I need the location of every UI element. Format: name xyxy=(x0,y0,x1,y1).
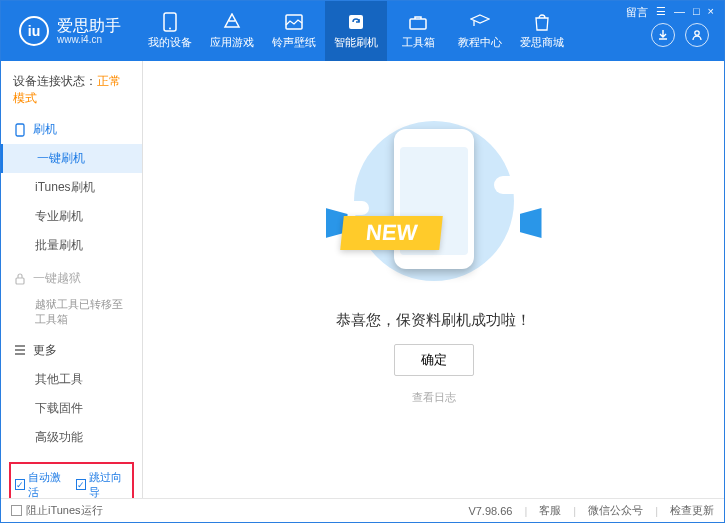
svg-point-1 xyxy=(169,28,171,30)
content-area: NEW 恭喜您，保资料刷机成功啦！ 确定 查看日志 xyxy=(143,61,724,499)
ok-button[interactable]: 确定 xyxy=(394,344,474,376)
close-button[interactable]: × xyxy=(708,5,714,20)
sidebar-item-advanced[interactable]: 高级功能 xyxy=(1,423,142,452)
svg-point-5 xyxy=(695,31,699,35)
maximize-button[interactable]: □ xyxy=(693,5,700,20)
svg-rect-6 xyxy=(16,124,24,136)
toolbox-icon xyxy=(408,12,428,32)
sidebar-item-batch-flash[interactable]: 批量刷机 xyxy=(1,231,142,260)
nav-tutorial[interactable]: 教程中心 xyxy=(449,1,511,61)
feedback-button[interactable]: 留言 xyxy=(626,5,648,20)
download-button[interactable] xyxy=(651,23,675,47)
lock-icon xyxy=(13,272,27,286)
download-icon xyxy=(657,29,669,41)
nav-label: 教程中心 xyxy=(458,35,502,50)
flash-title: 刷机 xyxy=(33,121,57,138)
header-action-buttons xyxy=(651,23,709,47)
skip-guide-label: 跳过向导 xyxy=(89,470,128,500)
connection-status: 设备连接状态：正常模式 xyxy=(1,69,142,115)
wechat-link[interactable]: 微信公众号 xyxy=(588,503,643,518)
jailbreak-note: 越狱工具已转移至工具箱 xyxy=(1,293,142,332)
more-title: 更多 xyxy=(33,342,57,359)
nav-my-device[interactable]: 我的设备 xyxy=(139,1,201,61)
wallpaper-icon xyxy=(284,12,304,32)
jailbreak-title: 一键越狱 xyxy=(33,270,81,287)
check-update-link[interactable]: 检查更新 xyxy=(670,503,714,518)
svg-rect-7 xyxy=(16,278,24,284)
status-bar: 阻止iTunes运行 V7.98.66 | 客服 | 微信公众号 | 检查更新 xyxy=(1,498,724,522)
flash-section: 刷机 一键刷机 iTunes刷机 专业刷机 批量刷机 xyxy=(1,115,142,260)
block-itunes-checkbox[interactable] xyxy=(11,505,22,516)
jailbreak-section: 一键越狱 越狱工具已转移至工具箱 xyxy=(1,264,142,332)
nav-shop[interactable]: 爱思商城 xyxy=(511,1,573,61)
user-button[interactable] xyxy=(685,23,709,47)
flash-icon xyxy=(346,12,366,32)
phone-icon xyxy=(160,12,180,32)
phone-small-icon xyxy=(13,123,27,137)
checkbox-icon: ✓ xyxy=(76,479,86,490)
status-label: 设备连接状态： xyxy=(13,74,97,88)
jailbreak-head[interactable]: 一键越狱 xyxy=(1,264,142,293)
apps-icon xyxy=(222,12,242,32)
nav-apps[interactable]: 应用游戏 xyxy=(201,1,263,61)
new-badge: NEW xyxy=(340,216,443,250)
nav-label: 智能刷机 xyxy=(334,35,378,50)
svg-rect-4 xyxy=(410,19,426,29)
main-area: 设备连接状态：正常模式 刷机 一键刷机 iTunes刷机 专业刷机 批量刷机 一… xyxy=(1,61,724,499)
nav-label: 工具箱 xyxy=(402,35,435,50)
logo-icon: iu xyxy=(19,16,49,46)
sidebar-item-other-tools[interactable]: 其他工具 xyxy=(1,365,142,394)
nav-label: 爱思商城 xyxy=(520,35,564,50)
success-message: 恭喜您，保资料刷机成功啦！ xyxy=(336,311,531,330)
window-controls: 留言 ☰ — □ × xyxy=(622,1,718,24)
app-name: 爱思助手 xyxy=(57,17,121,35)
tutorial-icon xyxy=(470,12,490,32)
skip-guide-checkbox[interactable]: ✓ 跳过向导 xyxy=(76,470,129,500)
version-label: V7.98.66 xyxy=(468,505,512,517)
auto-activate-label: 自动激活 xyxy=(28,470,67,500)
nav-ringtone[interactable]: 铃声壁纸 xyxy=(263,1,325,61)
customer-service-link[interactable]: 客服 xyxy=(539,503,561,518)
more-section: 更多 其他工具 下载固件 高级功能 xyxy=(1,336,142,452)
checkbox-icon: ✓ xyxy=(15,479,25,490)
sidebar-item-download-firmware[interactable]: 下载固件 xyxy=(1,394,142,423)
minimize-button[interactable]: — xyxy=(674,5,685,20)
sidebar-item-itunes-flash[interactable]: iTunes刷机 xyxy=(1,173,142,202)
list-icon xyxy=(13,343,27,357)
user-icon xyxy=(691,29,703,41)
auto-activate-checkbox[interactable]: ✓ 自动激活 xyxy=(15,470,68,500)
sidebar-item-oneclick-flash[interactable]: 一键刷机 xyxy=(1,144,142,173)
nav-label: 应用游戏 xyxy=(210,35,254,50)
app-header: iu 爱思助手 www.i4.cn 我的设备 应用游戏 铃声壁纸 智能刷机 工具… xyxy=(1,1,724,61)
nav-label: 铃声壁纸 xyxy=(272,35,316,50)
nav-toolbox[interactable]: 工具箱 xyxy=(387,1,449,61)
sidebar-item-pro-flash[interactable]: 专业刷机 xyxy=(1,202,142,231)
success-illustration: NEW xyxy=(344,111,524,291)
nav-smart-flash[interactable]: 智能刷机 xyxy=(325,1,387,61)
main-nav: 我的设备 应用游戏 铃声壁纸 智能刷机 工具箱 教程中心 爱思商城 xyxy=(139,1,573,61)
block-itunes-label: 阻止iTunes运行 xyxy=(26,503,103,518)
logo: iu 爱思助手 www.i4.cn xyxy=(1,16,139,46)
shop-icon xyxy=(532,12,552,32)
sidebar: 设备连接状态：正常模式 刷机 一键刷机 iTunes刷机 专业刷机 批量刷机 一… xyxy=(1,61,143,499)
pin-button[interactable]: ☰ xyxy=(656,5,666,20)
flash-head[interactable]: 刷机 xyxy=(1,115,142,144)
app-url: www.i4.cn xyxy=(57,34,121,45)
nav-label: 我的设备 xyxy=(148,35,192,50)
view-log-link[interactable]: 查看日志 xyxy=(412,390,456,405)
more-head[interactable]: 更多 xyxy=(1,336,142,365)
